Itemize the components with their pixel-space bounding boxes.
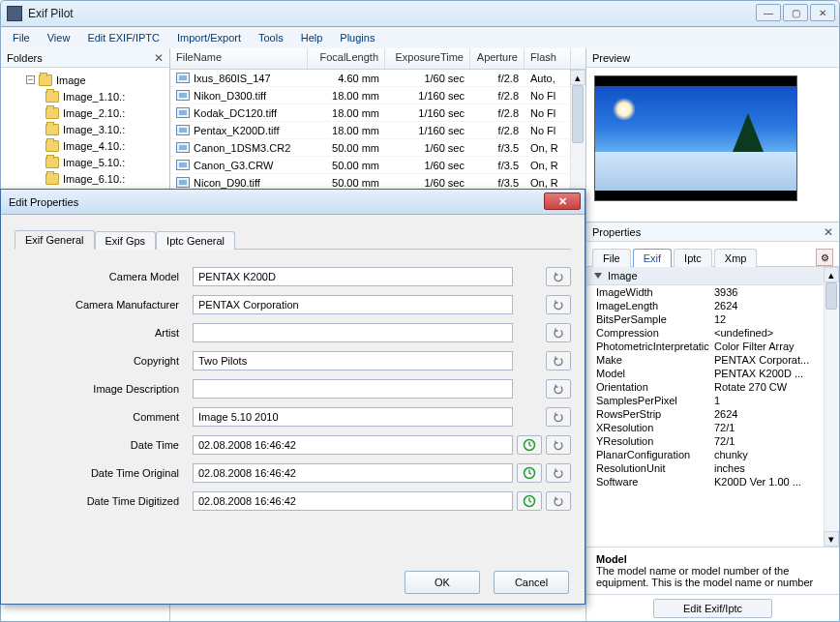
undo-icon[interactable] bbox=[546, 491, 571, 511]
menu-view[interactable]: View bbox=[40, 30, 78, 45]
file-name: Canon_1DSM3.CR2 bbox=[194, 142, 290, 154]
clock-icon[interactable] bbox=[517, 463, 542, 483]
undo-icon[interactable] bbox=[546, 323, 571, 342]
props-scrollbar[interactable]: ▴ ▾ bbox=[824, 267, 839, 547]
property-row[interactable]: RowsPerStrip2624 bbox=[586, 407, 839, 421]
property-row[interactable]: ModelPENTAX K200D ... bbox=[586, 367, 839, 380]
properties-list[interactable]: Image ▴ ▾ ImageWidth3936ImageLength2624B… bbox=[586, 267, 839, 547]
tree-item[interactable]: Image_3.10.: bbox=[3, 121, 167, 137]
minimize-button[interactable]: — bbox=[756, 4, 781, 21]
titlebar[interactable]: Exif Pilot — ▢ ✕ bbox=[0, 0, 840, 27]
property-row[interactable]: SoftwareK200D Ver 1.00 ... bbox=[586, 475, 839, 489]
field-input-date-time-digitized[interactable] bbox=[193, 491, 513, 511]
property-row[interactable]: ImageLength2624 bbox=[586, 299, 839, 312]
field-input-camera-manufacturer[interactable] bbox=[193, 295, 513, 314]
property-key: ImageLength bbox=[596, 300, 714, 311]
property-row[interactable]: MakePENTAX Corporat... bbox=[586, 353, 839, 367]
property-row[interactable]: OrientationRotate 270 CW bbox=[586, 380, 839, 394]
cancel-button[interactable]: Cancel bbox=[494, 571, 569, 594]
properties-tool-button[interactable]: ⚙ bbox=[816, 249, 833, 266]
focal-length: 4.60 mm bbox=[308, 73, 385, 84]
tab-iptc[interactable]: Iptc bbox=[674, 249, 712, 267]
tab-xmp[interactable]: Xmp bbox=[714, 249, 758, 267]
field-input-camera-model[interactable] bbox=[193, 267, 513, 286]
property-value: 2624 bbox=[714, 408, 829, 420]
undo-icon[interactable] bbox=[546, 407, 571, 427]
property-row[interactable]: ResolutionUnitinches bbox=[586, 461, 839, 475]
property-row[interactable]: YResolution72/1 bbox=[586, 434, 839, 448]
table-row[interactable]: Pentax_K200D.tiff18.00 mm1/160 secf/2.8N… bbox=[170, 122, 585, 139]
column-exposuretime[interactable]: ExposureTime bbox=[385, 48, 470, 69]
tree-root-label[interactable]: Image bbox=[56, 74, 86, 86]
undo-icon[interactable] bbox=[546, 463, 571, 483]
undo-icon[interactable] bbox=[546, 435, 571, 455]
field-input-copyright[interactable] bbox=[193, 351, 513, 370]
property-row[interactable]: PhotometricInterpretaticColor Filter Arr… bbox=[586, 340, 839, 353]
undo-icon[interactable] bbox=[546, 267, 571, 286]
folders-close-icon[interactable]: ✕ bbox=[154, 51, 164, 65]
file-table-header[interactable]: FileNameFocalLengthExposureTimeApertureF… bbox=[170, 48, 585, 70]
scroll-up-icon[interactable]: ▴ bbox=[570, 70, 585, 85]
property-row[interactable]: XResolution72/1 bbox=[586, 421, 839, 434]
clock-icon[interactable] bbox=[517, 491, 542, 511]
undo-icon[interactable] bbox=[546, 351, 571, 370]
table-row[interactable]: Ixus_860IS_1474.60 mm1/60 secf/2.8Auto, bbox=[170, 70, 585, 87]
table-row[interactable]: Canon_1DSM3.CR250.00 mm1/60 secf/3.5On, … bbox=[170, 139, 585, 157]
column-filename[interactable]: FileName bbox=[170, 48, 308, 69]
dialog-titlebar[interactable]: Edit Properties ✕ bbox=[1, 190, 585, 215]
table-row[interactable]: Kodak_DC120.tiff18.00 mm1/160 secf/2.8No… bbox=[170, 104, 585, 122]
dialog-tab-exif-general[interactable]: Exif General bbox=[15, 230, 95, 250]
tree-collapse-icon[interactable]: − bbox=[26, 75, 35, 84]
menu-tools[interactable]: Tools bbox=[251, 30, 291, 45]
property-row[interactable]: PlanarConfigurationchunky bbox=[586, 448, 839, 461]
folder-tree[interactable]: −ImageImage_1.10.:Image_2.10.:Image_3.10… bbox=[1, 68, 169, 191]
scroll-thumb[interactable] bbox=[825, 282, 837, 310]
property-value: PENTAX Corporat... bbox=[714, 354, 829, 366]
ok-button[interactable]: OK bbox=[405, 571, 480, 594]
field-input-image-description[interactable] bbox=[193, 379, 513, 399]
field-input-date-time[interactable] bbox=[193, 435, 513, 455]
field-input-artist[interactable] bbox=[193, 323, 513, 342]
tree-item[interactable]: Image_4.10.: bbox=[3, 137, 167, 154]
tree-item[interactable]: Image_6.10.: bbox=[3, 170, 167, 187]
dialog-tab-iptc-general[interactable]: Iptc General bbox=[156, 231, 235, 250]
menu-edit-exif-iptc[interactable]: Edit EXIF/IPTC bbox=[79, 30, 167, 45]
menu-file[interactable]: File bbox=[5, 30, 38, 45]
properties-close-icon[interactable]: ✕ bbox=[824, 225, 833, 239]
dialog-close-button[interactable]: ✕ bbox=[544, 193, 581, 210]
tree-item[interactable]: Image_1.10.: bbox=[3, 88, 167, 104]
menu-import-export[interactable]: Import/Export bbox=[169, 30, 249, 45]
property-row[interactable]: BitsPerSample12 bbox=[586, 312, 839, 326]
field-input-date-time-original[interactable] bbox=[193, 463, 513, 483]
column-aperture[interactable]: Aperture bbox=[470, 48, 525, 69]
file-icon bbox=[176, 142, 190, 153]
dialog-tab-exif-gps[interactable]: Exif Gps bbox=[95, 231, 157, 250]
menu-help[interactable]: Help bbox=[293, 30, 331, 45]
tab-exif[interactable]: Exif bbox=[633, 249, 672, 267]
tree-item[interactable]: Image_5.10.: bbox=[3, 154, 167, 170]
undo-icon[interactable] bbox=[546, 295, 571, 314]
property-value: 2624 bbox=[714, 300, 829, 311]
property-row[interactable]: ImageWidth3936 bbox=[586, 285, 839, 299]
edit-exif-iptc-button[interactable]: Edit Exif/Iptc bbox=[653, 599, 772, 618]
table-row[interactable]: Canon_G3.CRW50.00 mm1/60 secf/3.5On, R bbox=[170, 157, 585, 174]
menu-plugins[interactable]: Plugins bbox=[332, 30, 382, 45]
scroll-down-icon[interactable]: ▾ bbox=[824, 531, 839, 547]
maximize-button[interactable]: ▢ bbox=[783, 4, 808, 21]
column-flash[interactable]: Flash bbox=[525, 48, 571, 69]
undo-icon[interactable] bbox=[546, 379, 571, 399]
column-focallength[interactable]: FocalLength bbox=[308, 48, 385, 69]
field-input-comment[interactable] bbox=[193, 407, 513, 427]
tab-file[interactable]: File bbox=[592, 249, 631, 267]
table-row[interactable]: Nikon_D300.tiff18.00 mm1/160 secf/2.8No … bbox=[170, 87, 585, 104]
tree-item[interactable]: Image_2.10.: bbox=[3, 104, 167, 121]
property-row[interactable]: Compression<undefined> bbox=[586, 326, 839, 340]
clock-icon[interactable] bbox=[517, 435, 542, 455]
close-button[interactable]: ✕ bbox=[810, 4, 835, 21]
property-row[interactable]: SamplesPerPixel1 bbox=[586, 394, 839, 407]
app-icon bbox=[7, 6, 22, 21]
expand-icon[interactable] bbox=[594, 273, 602, 279]
scroll-up-icon[interactable]: ▴ bbox=[824, 267, 839, 282]
scroll-thumb[interactable] bbox=[572, 85, 584, 143]
tree-item-label: Image_6.10.: bbox=[63, 173, 125, 185]
